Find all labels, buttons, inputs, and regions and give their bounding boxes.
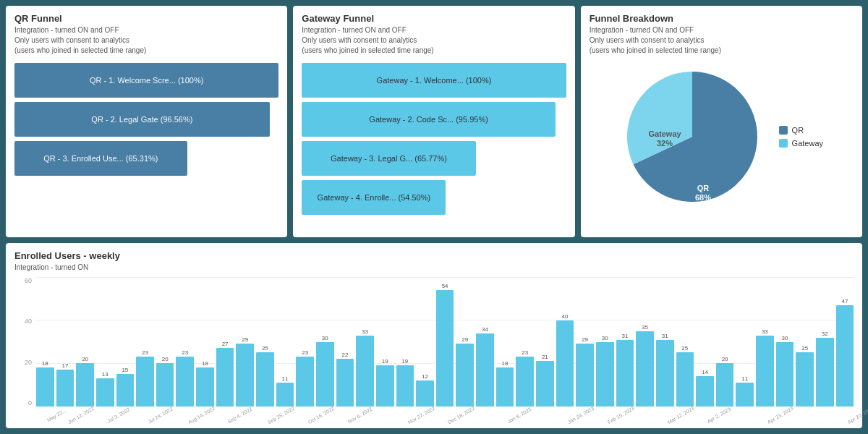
bar-group: 30 xyxy=(316,277,334,407)
bar-x-label: Nov 6, 2022 xyxy=(346,407,373,425)
bar-value-label: 12 xyxy=(422,374,428,380)
bar-value-label: 29 xyxy=(461,337,468,343)
bar-rect[interactable] xyxy=(196,367,214,407)
bar-value-label: 35 xyxy=(642,325,648,331)
bar-group: 20 xyxy=(76,277,94,407)
funnel-breakdown-subtitle2: Only users with consent to analytics xyxy=(590,35,854,46)
pie-qr-pct: 68% xyxy=(695,193,711,202)
bar-group: 31 xyxy=(616,277,634,407)
bar-rect[interactable] xyxy=(176,357,194,407)
bar-rect[interactable] xyxy=(336,359,354,407)
bar-rect[interactable] xyxy=(36,367,54,407)
bar-value-label: 11 xyxy=(741,376,748,382)
bar-rect[interactable] xyxy=(556,320,574,407)
bar-group: 19Nov 27, 2022 xyxy=(396,277,414,407)
bar-rect[interactable] xyxy=(536,361,554,407)
bar-x-label: Apr 2, 2023 xyxy=(707,407,732,424)
bar-x-label: Jun 12, 2022 xyxy=(67,406,95,425)
bar-value-label: 30 xyxy=(782,336,788,341)
enrolled-users-subtitle: Integration - turned ON xyxy=(14,263,854,273)
bar-rect[interactable] xyxy=(636,331,654,407)
bar-x-label: Mar 12, 2023 xyxy=(667,406,695,425)
bar-group: 11 xyxy=(736,277,754,407)
bar-rect[interactable] xyxy=(516,357,534,407)
bar-x-label: Jan 29, 2023 xyxy=(567,406,595,425)
bar-rect[interactable] xyxy=(76,363,94,407)
bar-value-label: 33 xyxy=(762,329,768,335)
bar-value-label: 27 xyxy=(222,341,229,347)
bar-rect[interactable] xyxy=(716,363,734,407)
bars-row: 18May 22...17Jun 12, 20222013Jul 3, 2022… xyxy=(36,277,854,407)
bar-group: 31Mar 12, 2023 xyxy=(656,277,674,407)
bar-rect[interactable] xyxy=(796,352,814,407)
bar-value-label: 13 xyxy=(102,372,109,378)
bar-rect[interactable] xyxy=(156,363,174,407)
bar-value-label: 14 xyxy=(702,370,708,375)
bar-x-label: Apr 20, 2024 xyxy=(847,406,868,425)
y-axis-label: 0 xyxy=(14,399,35,407)
bar-rect[interactable] xyxy=(776,342,794,407)
funnel-breakdown-title: Funnel Breakdown xyxy=(590,13,854,24)
funnel-breakdown-subtitle3: (users who joined in selected time range… xyxy=(590,46,854,56)
bar-value-label: 25 xyxy=(681,346,688,352)
bar-value-label: 54 xyxy=(442,284,448,289)
bar-rect[interactable] xyxy=(496,367,514,407)
bar-rect[interactable] xyxy=(276,383,294,407)
bar-value-label: 22 xyxy=(341,352,348,358)
bar-rect[interactable] xyxy=(236,344,254,407)
bar-rect[interactable] xyxy=(656,340,674,407)
bar-rect[interactable] xyxy=(476,333,494,407)
bar-rect[interactable] xyxy=(256,352,274,407)
bar-rect[interactable] xyxy=(836,305,854,407)
bar-value-label: 18 xyxy=(502,361,509,367)
bar-rect[interactable] xyxy=(396,365,414,407)
bar-group: 12 xyxy=(416,277,434,407)
bar-rect[interactable] xyxy=(816,338,834,407)
bar-rect[interactable] xyxy=(696,376,714,407)
pie-gateway-pct: 32% xyxy=(657,139,673,148)
chart-area: 18May 22...17Jun 12, 20222013Jul 3, 2022… xyxy=(36,277,854,407)
bar-rect[interactable] xyxy=(56,370,75,407)
bar-rect[interactable] xyxy=(596,342,614,407)
bar-rect[interactable] xyxy=(736,383,754,407)
bar-rect[interactable] xyxy=(356,336,374,407)
gateway-funnel-bar: Gateway - 1. Welcome... (100%) xyxy=(302,63,566,98)
bar-value-label: 17 xyxy=(62,363,69,369)
bar-group: 25 xyxy=(796,277,814,407)
bar-rect[interactable] xyxy=(416,380,434,407)
bar-group: 29 xyxy=(576,277,594,407)
bar-rect[interactable] xyxy=(576,344,594,407)
gateway-funnel-bars: Gateway - 1. Welcome... (100%)Gateway - … xyxy=(302,63,566,215)
bar-group: 14Apr 2, 2023 xyxy=(696,277,714,407)
bar-rect[interactable] xyxy=(316,342,334,407)
bar-rect[interactable] xyxy=(116,374,135,407)
bar-rect[interactable] xyxy=(136,357,154,407)
bar-rect[interactable] xyxy=(756,336,774,407)
top-row: QR Funnel Integration - turned ON and OF… xyxy=(6,6,862,237)
bar-group: 30Feb 19, 2023 xyxy=(596,277,614,407)
bar-group: 27Sep 4, 2022 xyxy=(216,277,234,407)
bar-rect[interactable] xyxy=(676,352,694,407)
qr-funnel-bar: QR - 3. Enrolled Use... (65.31%) xyxy=(14,141,187,176)
bar-group: 18Jan 8, 2023 xyxy=(496,277,514,407)
bar-rect[interactable] xyxy=(456,344,474,407)
bar-x-label: Aug 14, 2022 xyxy=(187,406,216,425)
bar-rect[interactable] xyxy=(216,348,234,407)
enrolled-users-card: Enrolled Users - weekly Integration - tu… xyxy=(6,243,862,428)
bar-group: 21 xyxy=(536,277,554,407)
bar-group: 11 xyxy=(276,277,294,407)
qr-funnel-subtitle1: Integration - turned ON and OFF xyxy=(14,25,278,35)
funnel-breakdown-card: Funnel Breakdown Integration - turned ON… xyxy=(581,6,862,237)
pie-qr-label: QR xyxy=(697,184,709,192)
bar-rect[interactable] xyxy=(96,378,114,407)
bar-group: 15 xyxy=(116,277,135,407)
qr-funnel-subtitle2: Only users with consent to analytics xyxy=(14,35,278,46)
y-axis-label: 40 xyxy=(14,318,35,325)
bar-rect[interactable] xyxy=(296,357,314,407)
bar-value-label: 20 xyxy=(722,357,728,362)
bar-rect[interactable] xyxy=(436,290,454,407)
bar-rect[interactable] xyxy=(616,340,634,407)
pie-gateway-label: Gateway xyxy=(648,129,681,138)
bar-rect[interactable] xyxy=(376,365,394,407)
bar-value-label: 47 xyxy=(841,299,848,305)
